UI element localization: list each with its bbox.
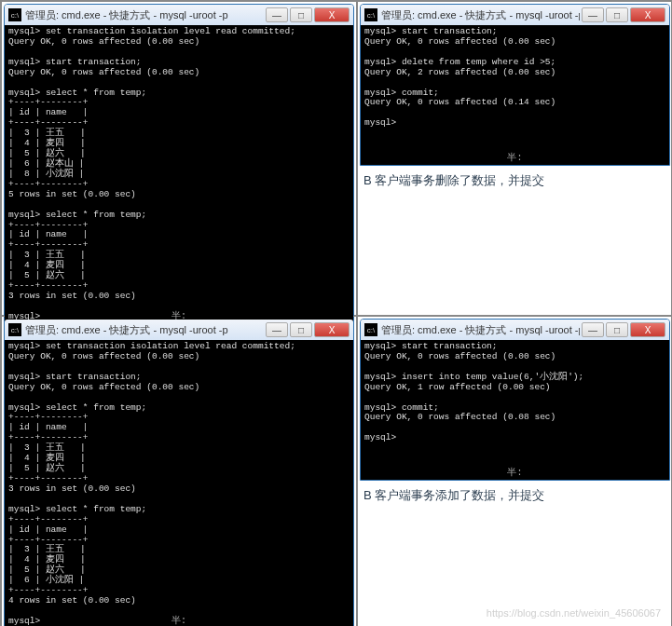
cell-b1: c:\ 管理员: cmd.exe - 快捷方式 - mysql -uroot -… [357, 1, 672, 316]
terminal-window-a1: c:\ 管理员: cmd.exe - 快捷方式 - mysql -uroot -… [4, 4, 354, 325]
scroll-hint: 半: [507, 468, 522, 479]
window-controls: — □ X [264, 7, 350, 22]
window-controls: — □ X [580, 7, 665, 22]
titlebar[interactable]: c:\ 管理员: cmd.exe - 快捷方式 - mysql -uroot -… [361, 320, 669, 340]
window-title: 管理员: cmd.exe - 快捷方式 - mysql -uroot -p [25, 8, 264, 22]
console-output[interactable]: mysql> start transaction; Query OK, 0 ro… [361, 340, 669, 480]
minimize-button[interactable]: — [582, 322, 604, 337]
cell-a1: c:\ 管理员: cmd.exe - 快捷方式 - mysql -uroot -… [1, 1, 357, 316]
cmd-icon: c:\ [8, 323, 21, 336]
cell-a2: c:\ 管理员: cmd.exe - 快捷方式 - mysql -uroot -… [1, 316, 357, 626]
close-button[interactable]: X [314, 322, 350, 337]
cmd-icon: c:\ [364, 323, 377, 336]
window-title: 管理员: cmd.exe - 快捷方式 - mysql -uroot -p [381, 8, 580, 22]
window-controls: — □ X [580, 322, 665, 337]
cell-b2: c:\ 管理员: cmd.exe - 快捷方式 - mysql -uroot -… [357, 316, 672, 626]
caption-b2: B 客户端事务添加了数据，并提交 [360, 481, 670, 509]
cmd-icon: c:\ [8, 8, 21, 21]
scroll-hint: 半: [507, 153, 522, 164]
window-title: 管理员: cmd.exe - 快捷方式 - mysql -uroot -p [381, 323, 580, 337]
close-button[interactable]: X [314, 7, 350, 22]
console-text: mysql> set transaction isolation level r… [8, 341, 295, 626]
console-text: mysql> start transaction; Query OK, 0 ro… [364, 341, 583, 442]
console-text: mysql> set transaction isolation level r… [8, 26, 295, 321]
console-output[interactable]: mysql> start transaction; Query OK, 0 ro… [361, 25, 669, 165]
console-output[interactable]: mysql> set transaction isolation level r… [5, 25, 353, 324]
titlebar[interactable]: c:\ 管理员: cmd.exe - 快捷方式 - mysql -uroot -… [5, 5, 353, 25]
cmd-icon: c:\ [364, 8, 377, 21]
comparison-grid: c:\ 管理员: cmd.exe - 快捷方式 - mysql -uroot -… [0, 0, 672, 626]
console-text: mysql> start transaction; Query OK, 0 ro… [364, 26, 555, 128]
minimize-button[interactable]: — [266, 7, 288, 22]
terminal-window-b2: c:\ 管理员: cmd.exe - 快捷方式 - mysql -uroot -… [360, 319, 670, 481]
minimize-button[interactable]: — [266, 322, 288, 337]
terminal-window-a2: c:\ 管理员: cmd.exe - 快捷方式 - mysql -uroot -… [4, 319, 354, 626]
minimize-button[interactable]: — [582, 7, 604, 22]
maximize-button[interactable]: □ [290, 322, 312, 337]
watermark: https://blog.csdn.net/weixin_45606067 [487, 607, 661, 619]
close-button[interactable]: X [630, 7, 665, 22]
maximize-button[interactable]: □ [606, 7, 628, 22]
terminal-window-b1: c:\ 管理员: cmd.exe - 快捷方式 - mysql -uroot -… [360, 4, 670, 166]
close-button[interactable]: X [630, 322, 665, 337]
maximize-button[interactable]: □ [606, 322, 628, 337]
caption-b1: B 客户端事务删除了数据，并提交 [360, 166, 670, 194]
titlebar[interactable]: c:\ 管理员: cmd.exe - 快捷方式 - mysql -uroot -… [361, 5, 669, 25]
window-title: 管理员: cmd.exe - 快捷方式 - mysql -uroot -p [25, 323, 264, 337]
scroll-hint: 半: [171, 616, 186, 626]
console-output[interactable]: mysql> set transaction isolation level r… [5, 340, 353, 626]
titlebar[interactable]: c:\ 管理员: cmd.exe - 快捷方式 - mysql -uroot -… [5, 320, 353, 340]
window-controls: — □ X [264, 322, 350, 337]
maximize-button[interactable]: □ [290, 7, 312, 22]
